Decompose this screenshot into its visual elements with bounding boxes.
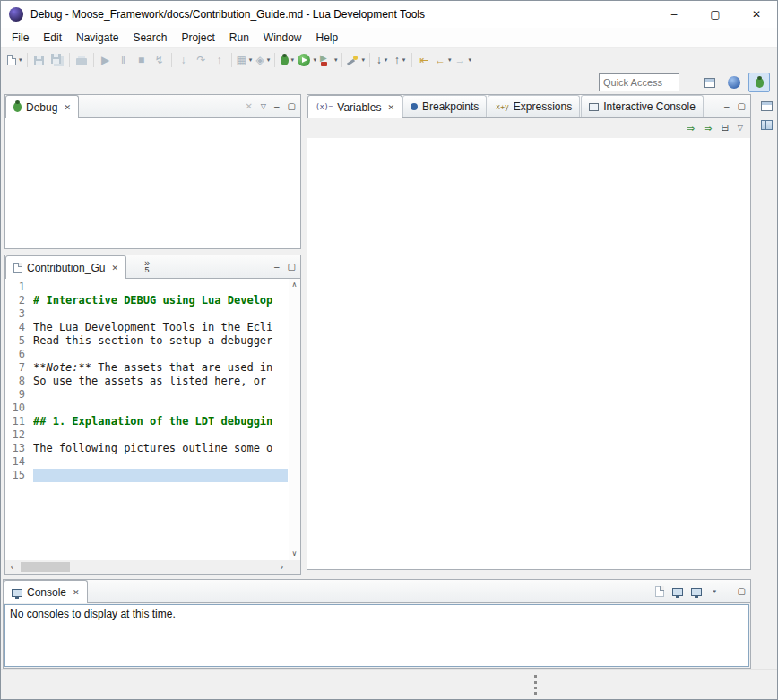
line-text[interactable]: The following pictures outline some o: [33, 442, 288, 455]
external-tools-button[interactable]: ▾: [318, 50, 340, 70]
close-icon[interactable]: ✕: [387, 103, 394, 112]
dropdown-arrow-icon[interactable]: ▾: [713, 588, 716, 595]
dropdown-arrow-icon[interactable]: ▾: [291, 56, 295, 64]
maximize-button[interactable]: ▢: [695, 1, 736, 28]
debug-perspective-button[interactable]: [748, 73, 770, 92]
menu-file[interactable]: File: [4, 29, 36, 47]
line-text[interactable]: [33, 281, 288, 294]
tab-debug[interactable]: Debug ✕: [5, 95, 79, 118]
open-console-page-icon[interactable]: [655, 586, 664, 597]
step-return-button[interactable]: ↑: [211, 50, 229, 70]
search-button[interactable]: ▾: [345, 50, 367, 70]
maximize-view-icon[interactable]: ▢: [288, 102, 296, 111]
close-icon[interactable]: ✕: [73, 588, 80, 597]
dropdown-arrow-icon[interactable]: ▾: [267, 56, 271, 64]
dropdown-arrow-icon[interactable]: ▾: [448, 56, 452, 64]
debug-view-content[interactable]: [5, 118, 300, 248]
remove-terminated-icon[interactable]: ✕: [245, 102, 252, 111]
dropdown-arrow-icon[interactable]: ▾: [334, 56, 338, 64]
collapse-all-icon[interactable]: ⊟: [721, 124, 728, 133]
show-logical-structure-icon[interactable]: ⇒: [687, 124, 695, 134]
tab-interactive-console[interactable]: Interactive Console: [581, 95, 704, 117]
menu-run[interactable]: Run: [222, 29, 256, 47]
editor-horizontal-scrollbar[interactable]: ‹ ›: [5, 560, 289, 574]
resume-button[interactable]: ▶: [97, 50, 115, 70]
menu-navigate[interactable]: Navigate: [69, 29, 125, 47]
view-menu-icon[interactable]: ▽: [261, 103, 266, 110]
statusbar-drag-handle[interactable]: [534, 675, 537, 695]
scroll-left-icon[interactable]: ‹: [5, 563, 19, 572]
save-button[interactable]: [30, 50, 48, 70]
next-annotation-button[interactable]: ↓ ▾: [373, 50, 391, 70]
profile-button[interactable]: ▦ ▾: [235, 50, 255, 70]
line-text[interactable]: [33, 402, 288, 415]
line-text[interactable]: [33, 455, 288, 469]
dropdown-arrow-icon[interactable]: ▾: [468, 56, 471, 64]
tab-breakpoints[interactable]: Breakpoints: [402, 95, 487, 117]
menu-window[interactable]: Window: [256, 29, 309, 47]
minimize-view-icon[interactable]: –: [274, 102, 280, 111]
dropdown-arrow-icon[interactable]: ▾: [249, 56, 253, 64]
scroll-up-icon[interactable]: ∧: [292, 281, 298, 289]
dropdown-arrow-icon[interactable]: ▾: [313, 56, 316, 64]
scrollbar-thumb[interactable]: [21, 562, 70, 572]
restore-view-icon[interactable]: [761, 101, 773, 111]
step-over-button[interactable]: ↷: [193, 50, 211, 70]
quick-access-input[interactable]: [599, 73, 679, 91]
dropdown-arrow-icon[interactable]: ▾: [402, 56, 406, 64]
step-into-button[interactable]: ↓: [175, 50, 193, 70]
close-icon[interactable]: ✕: [64, 103, 71, 112]
save-all-button[interactable]: [48, 50, 66, 70]
variables-content[interactable]: [307, 138, 750, 569]
line-text[interactable]: [33, 348, 288, 361]
line-text[interactable]: # Interactive DEBUG using Lua Develop: [33, 294, 288, 307]
scroll-right-icon[interactable]: ›: [275, 563, 289, 572]
show-references-icon[interactable]: ⇒: [704, 124, 712, 134]
line-text[interactable]: [33, 428, 288, 442]
display-selected-console-icon[interactable]: [672, 588, 683, 596]
minimize-view-icon[interactable]: –: [724, 587, 730, 596]
open-perspective-button[interactable]: [698, 73, 720, 92]
minimize-view-icon[interactable]: –: [274, 263, 280, 272]
close-button[interactable]: ✕: [736, 1, 777, 28]
line-text[interactable]: [33, 307, 288, 321]
back-button[interactable]: ← ▾: [433, 50, 454, 70]
maximize-view-icon[interactable]: ▢: [738, 102, 746, 111]
forward-button[interactable]: → ▾: [453, 50, 473, 70]
line-text[interactable]: **Note:** The assets that are used in: [33, 361, 288, 375]
coverage-button[interactable]: ◈ ▾: [254, 50, 272, 70]
debug-button[interactable]: ▾: [278, 50, 296, 70]
maximize-view-icon[interactable]: ▢: [738, 587, 746, 596]
dropdown-arrow-icon[interactable]: ▾: [385, 56, 388, 64]
suspend-button[interactable]: ‖: [115, 50, 133, 70]
menu-search[interactable]: Search: [125, 29, 174, 47]
line-text[interactable]: [33, 469, 288, 482]
scroll-down-icon[interactable]: ∨: [292, 550, 298, 557]
lua-perspective-button[interactable]: [723, 73, 745, 92]
last-edit-location-button[interactable]: ⇤: [415, 50, 433, 70]
run-button[interactable]: ▾: [296, 50, 318, 70]
line-text[interactable]: ## 1. Explanation of the LDT debuggin: [33, 415, 288, 428]
line-text[interactable]: [33, 388, 288, 402]
scrollbar-track[interactable]: [19, 560, 275, 574]
minimize-button[interactable]: –: [653, 1, 695, 28]
hidden-editors-button[interactable]: » 5: [144, 255, 150, 278]
new-button[interactable]: ▾: [5, 50, 24, 70]
menu-help[interactable]: Help: [309, 29, 346, 47]
previous-annotation-button[interactable]: ↑ ▾: [391, 50, 409, 70]
tab-expressions[interactable]: x+y Expressions: [488, 95, 580, 117]
minimized-views-icon[interactable]: [761, 120, 773, 130]
line-text[interactable]: Read this section to setup a debugger: [33, 334, 288, 348]
tab-variables[interactable]: (x)= Variables ✕: [307, 95, 402, 118]
dropdown-arrow-icon[interactable]: ▾: [361, 56, 365, 64]
editor-vertical-scrollbar[interactable]: ∧ ∨: [289, 279, 300, 560]
dropdown-arrow-icon[interactable]: ▾: [19, 56, 22, 64]
tab-console[interactable]: Console ✕: [4, 580, 88, 603]
menu-project[interactable]: Project: [174, 29, 221, 47]
line-text[interactable]: The Lua Development Tools in the Ecli: [33, 321, 288, 334]
line-text[interactable]: So use the assets as listed here, or: [33, 375, 288, 388]
close-icon[interactable]: ✕: [111, 264, 118, 272]
maximize-view-icon[interactable]: ▢: [288, 263, 296, 272]
open-console-icon[interactable]: [691, 588, 702, 596]
minimize-view-icon[interactable]: –: [724, 102, 730, 111]
